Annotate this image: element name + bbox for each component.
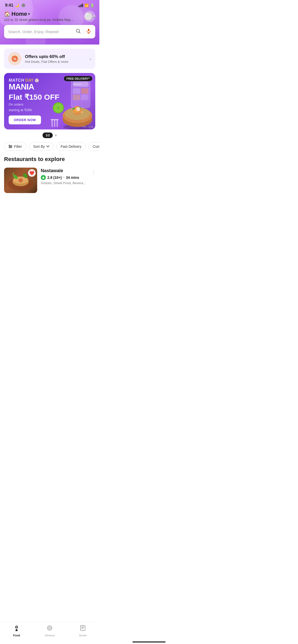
star-badge: [41, 175, 46, 180]
location-dropdown-icon: ▾: [28, 12, 30, 16]
battery-icon: 🔋: [90, 4, 94, 7]
search-container: Search, Order, Enjoy, Repeat!: [4, 25, 95, 38]
offers-title: Offers upto 60% off: [25, 54, 86, 59]
svg-text:%: %: [13, 57, 16, 61]
filter-chip-label-cuisines: Cuisines: [93, 144, 99, 149]
offers-subtitle: Hot Deals, Flat Offers & more: [25, 60, 86, 64]
status-time: 9:41: [5, 3, 13, 8]
signal-bar-3: [81, 4, 82, 7]
restaurant-info: Nastawale 2.8 (10+) • 34 mins Snacks, St…: [41, 168, 95, 185]
carousel-dot-active: 1/2: [43, 133, 53, 138]
promo-slide[interactable]: FREE DELIVERY* MATCHDAY ⚾ MANIA Flat ₹15…: [4, 73, 95, 129]
search-placeholder: Search, Order, Enjoy, Repeat!: [8, 30, 73, 34]
moon-icon: 🌙: [15, 3, 19, 7]
top-bar: 🏠 Home ▾ 122 w, 32 street greens burg pa…: [0, 9, 99, 25]
signal-bar-4: [82, 4, 83, 7]
signal-bars: [78, 4, 83, 7]
more-options-button[interactable]: ⋮: [90, 168, 97, 176]
ball-icon: ⚾: [35, 78, 39, 82]
content-spacer: [0, 196, 99, 219]
search-divider: [83, 29, 84, 34]
meta-separator: •: [63, 176, 64, 179]
search-icon[interactable]: [76, 28, 81, 35]
home-icon: 🏠: [4, 11, 10, 17]
location-address: 122 w, 32 street greens burg pa, Ambika …: [4, 18, 75, 22]
mic-icon[interactable]: [86, 28, 91, 35]
promo-offer-text: Flat ₹150 OFF: [9, 93, 91, 101]
filter-chip-label-sortby: Sort By: [33, 144, 45, 149]
filter-chip-fastdelivery[interactable]: Fast Delivery: [56, 142, 86, 151]
offers-banner[interactable]: % Offers upto 60% off Hot Deals, Flat Of…: [4, 49, 95, 69]
promo-desc-line2: starting at ₹299: [9, 108, 91, 112]
svg-point-1: [94, 16, 95, 17]
restaurant-rating: 2.8 (10+): [47, 175, 62, 180]
restaurant-image-wrap: ❤️: [4, 168, 37, 193]
promo-offer-block: Flat ₹150 OFF On orders starting at ₹299: [9, 91, 91, 112]
status-icons: 📶 🔋: [78, 4, 94, 7]
signal-bar-1: [78, 6, 79, 7]
restaurant-meta: 2.8 (10+) • 34 mins: [41, 175, 95, 180]
filter-chip-cuisines[interactable]: Cuisines: [88, 142, 99, 151]
carousel-dots: 1/2: [4, 133, 95, 138]
svg-rect-5: [88, 29, 89, 31]
filter-chip-label-filter: Filter: [14, 144, 22, 149]
promo-content: MATCHDAY ⚾ MANIA Flat ₹150 OFF On orders…: [4, 73, 95, 129]
restaurant-cuisine: Snacks, Street Food, Bevera...: [41, 181, 95, 185]
search-bar[interactable]: Search, Order, Enjoy, Repeat!: [4, 25, 95, 38]
svg-point-37: [9, 147, 10, 148]
restaurant-card[interactable]: ❤️ Nastawale 2.8 (10+) • 34 mins Snacks,…: [0, 165, 99, 196]
filter-bar: Filter Sort By Fast Delivery Cuisines: [0, 140, 99, 153]
svg-point-36: [11, 146, 12, 147]
avatar-svg: [93, 12, 95, 21]
offers-chevron-icon: ›: [89, 56, 91, 62]
restaurant-delivery-time: 34 mins: [66, 175, 79, 180]
order-now-button[interactable]: ORDER NOW: [9, 115, 41, 124]
star-icon: [42, 176, 45, 179]
promo-tnc: *T&C Apply: [82, 125, 93, 128]
svg-point-2: [93, 17, 95, 18]
location-title: 🏠 Home ▾: [4, 11, 84, 17]
filter-icon: [8, 145, 12, 148]
restaurant-name: Nastawale: [41, 168, 95, 173]
promo-desc-line1: On orders: [9, 102, 91, 107]
status-bar: 9:41 🌙 📶 🔋: [0, 0, 99, 9]
promo-brand-line2: MANIA: [9, 83, 91, 91]
svg-point-35: [9, 145, 10, 146]
promo-carousel: FREE DELIVERY* MATCHDAY ⚾ MANIA Flat ₹15…: [4, 73, 95, 138]
signal-bar-2: [80, 5, 80, 7]
carousel-dot-inactive: [55, 134, 57, 136]
wifi-icon: 📶: [85, 4, 89, 7]
filter-chip-filter[interactable]: Filter: [4, 142, 26, 151]
location-info[interactable]: 🏠 Home ▾ 122 w, 32 street greens burg pa…: [4, 11, 84, 22]
filter-chip-label-fastdelivery: Fast Delivery: [61, 144, 82, 149]
avatar-icon: ⚪: [84, 12, 93, 21]
status-dot: [22, 4, 25, 7]
svg-line-4: [79, 32, 80, 33]
main-content: % Offers upto 60% off Hot Deals, Flat Of…: [0, 49, 99, 219]
filter-chip-sortby[interactable]: Sort By: [29, 142, 54, 151]
location-name: Home: [11, 11, 27, 17]
svg-point-41: [19, 178, 23, 182]
restaurants-section-heading: Restaurants to explore: [0, 153, 99, 165]
promo-top-badge: FREE DELIVERY*: [64, 76, 92, 81]
offers-text: Offers upto 60% off Hot Deals, Flat Offe…: [25, 54, 86, 64]
offers-icon: %: [8, 52, 21, 65]
avatar-button[interactable]: ⚪: [84, 11, 95, 22]
sort-chevron-icon: [46, 145, 49, 148]
svg-marker-42: [42, 176, 45, 179]
